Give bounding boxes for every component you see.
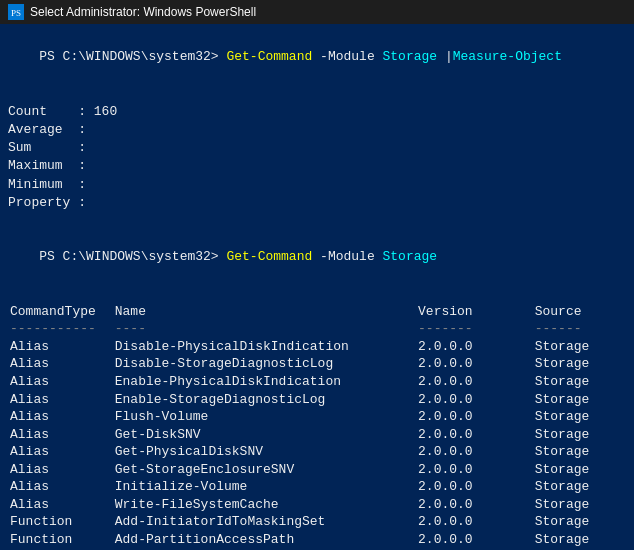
cell-type: Alias bbox=[8, 373, 113, 391]
cell-name: Enable-PhysicalDiskIndication bbox=[113, 373, 416, 391]
value-storage-2: Storage bbox=[383, 249, 438, 264]
cell-type: Alias bbox=[8, 496, 113, 514]
sep-name: ---- bbox=[113, 320, 416, 338]
get-command-2: Get-Command bbox=[226, 249, 312, 264]
table-row: AliasInitialize-Volume2.0.0.0Storage bbox=[8, 478, 626, 496]
cell-source: Storage bbox=[533, 443, 626, 461]
header-version: Version bbox=[416, 303, 533, 321]
cell-source: Storage bbox=[533, 373, 626, 391]
output-property: Property : bbox=[8, 194, 626, 212]
cell-source: Storage bbox=[533, 426, 626, 444]
table-row: AliasFlush-Volume2.0.0.0Storage bbox=[8, 408, 626, 426]
prompt-1: PS C:\WINDOWS\system32> bbox=[39, 49, 226, 64]
cell-type: Function bbox=[8, 531, 113, 549]
terminal: PS C:\WINDOWS\system32> Get-Command -Mod… bbox=[0, 24, 634, 550]
cell-version: 2.0.0.0 bbox=[416, 478, 533, 496]
cell-version: 2.0.0.0 bbox=[416, 513, 533, 531]
table-row: AliasGet-PhysicalDiskSNV2.0.0.0Storage bbox=[8, 443, 626, 461]
cell-name: Enable-StorageDiagnosticLog bbox=[113, 391, 416, 409]
output-average: Average : bbox=[8, 121, 626, 139]
cell-source: Storage bbox=[533, 355, 626, 373]
cell-source: Storage bbox=[533, 478, 626, 496]
header-name: Name bbox=[113, 303, 416, 321]
svg-text:PS: PS bbox=[11, 8, 21, 18]
cell-name: Disable-StorageDiagnosticLog bbox=[113, 355, 416, 373]
output-sum: Sum : bbox=[8, 139, 626, 157]
table-row: FunctionAdd-PartitionAccessPath2.0.0.0St… bbox=[8, 531, 626, 549]
table-row: AliasEnable-StorageDiagnosticLog2.0.0.0S… bbox=[8, 391, 626, 409]
cell-source: Storage bbox=[533, 513, 626, 531]
cell-type: Alias bbox=[8, 443, 113, 461]
value-storage-1: Storage bbox=[383, 49, 438, 64]
command-line-2: PS C:\WINDOWS\system32> Get-Command -Mod… bbox=[8, 230, 626, 285]
cell-version: 2.0.0.0 bbox=[416, 391, 533, 409]
table-header-row: CommandType Name Version Source bbox=[8, 303, 626, 321]
title-bar: PS Select Administrator: Windows PowerSh… bbox=[0, 0, 634, 24]
cell-source: Storage bbox=[533, 496, 626, 514]
table-row: AliasDisable-PhysicalDiskIndication2.0.0… bbox=[8, 338, 626, 356]
cell-type: Alias bbox=[8, 461, 113, 479]
output-minimum: Minimum : bbox=[8, 176, 626, 194]
cell-source: Storage bbox=[533, 408, 626, 426]
cell-version: 2.0.0.0 bbox=[416, 338, 533, 356]
header-source: Source bbox=[533, 303, 626, 321]
cell-source: Storage bbox=[533, 531, 626, 549]
prompt-2: PS C:\WINDOWS\system32> bbox=[39, 249, 226, 264]
table-separator-row: ----------- ---- ------- ------ bbox=[8, 320, 626, 338]
output-maximum: Maximum : bbox=[8, 157, 626, 175]
app-icon: PS bbox=[8, 4, 24, 20]
table-row: AliasGet-StorageEnclosureSNV2.0.0.0Stora… bbox=[8, 461, 626, 479]
cell-type: Alias bbox=[8, 408, 113, 426]
blank-line-3 bbox=[8, 285, 626, 303]
sep-version: ------- bbox=[416, 320, 533, 338]
blank-line-2 bbox=[8, 212, 626, 230]
cell-version: 2.0.0.0 bbox=[416, 408, 533, 426]
param-module-2: -Module bbox=[312, 249, 382, 264]
cell-type: Function bbox=[8, 513, 113, 531]
cell-version: 2.0.0.0 bbox=[416, 496, 533, 514]
output-count: Count : 160 bbox=[8, 103, 626, 121]
blank-line-1 bbox=[8, 85, 626, 103]
cell-version: 2.0.0.0 bbox=[416, 443, 533, 461]
cell-source: Storage bbox=[533, 391, 626, 409]
cell-type: Alias bbox=[8, 391, 113, 409]
cell-version: 2.0.0.0 bbox=[416, 373, 533, 391]
cell-name: Get-PhysicalDiskSNV bbox=[113, 443, 416, 461]
command-table: CommandType Name Version Source --------… bbox=[8, 303, 626, 550]
cell-name: Flush-Volume bbox=[113, 408, 416, 426]
cell-name: Get-StorageEnclosureSNV bbox=[113, 461, 416, 479]
cell-name: Initialize-Volume bbox=[113, 478, 416, 496]
sep-source: ------ bbox=[533, 320, 626, 338]
cell-version: 2.0.0.0 bbox=[416, 426, 533, 444]
table-row: AliasWrite-FileSystemCache2.0.0.0Storage bbox=[8, 496, 626, 514]
measure-object: Measure-Object bbox=[453, 49, 562, 64]
cell-name: Write-FileSystemCache bbox=[113, 496, 416, 514]
param-module-1: -Module bbox=[312, 49, 382, 64]
cell-name: Add-InitiatorIdToMaskingSet bbox=[113, 513, 416, 531]
table-row: AliasGet-DiskSNV2.0.0.0Storage bbox=[8, 426, 626, 444]
header-type: CommandType bbox=[8, 303, 113, 321]
window-title: Select Administrator: Windows PowerShell bbox=[30, 5, 256, 19]
sep-type: ----------- bbox=[8, 320, 113, 338]
cell-name: Add-PartitionAccessPath bbox=[113, 531, 416, 549]
table-row: FunctionAdd-InitiatorIdToMaskingSet2.0.0… bbox=[8, 513, 626, 531]
get-command-1: Get-Command bbox=[226, 49, 312, 64]
cell-type: Alias bbox=[8, 426, 113, 444]
table-row: AliasEnable-PhysicalDiskIndication2.0.0.… bbox=[8, 373, 626, 391]
command-line-1: PS C:\WINDOWS\system32> Get-Command -Mod… bbox=[8, 30, 626, 85]
cell-version: 2.0.0.0 bbox=[416, 461, 533, 479]
cell-type: Alias bbox=[8, 478, 113, 496]
cell-version: 2.0.0.0 bbox=[416, 531, 533, 549]
table-row: AliasDisable-StorageDiagnosticLog2.0.0.0… bbox=[8, 355, 626, 373]
cell-version: 2.0.0.0 bbox=[416, 355, 533, 373]
table-body: AliasDisable-PhysicalDiskIndication2.0.0… bbox=[8, 338, 626, 550]
cell-source: Storage bbox=[533, 461, 626, 479]
cell-name: Disable-PhysicalDiskIndication bbox=[113, 338, 416, 356]
cell-name: Get-DiskSNV bbox=[113, 426, 416, 444]
cell-type: Alias bbox=[8, 355, 113, 373]
cell-type: Alias bbox=[8, 338, 113, 356]
pipe-symbol: | bbox=[437, 49, 453, 64]
cell-source: Storage bbox=[533, 338, 626, 356]
